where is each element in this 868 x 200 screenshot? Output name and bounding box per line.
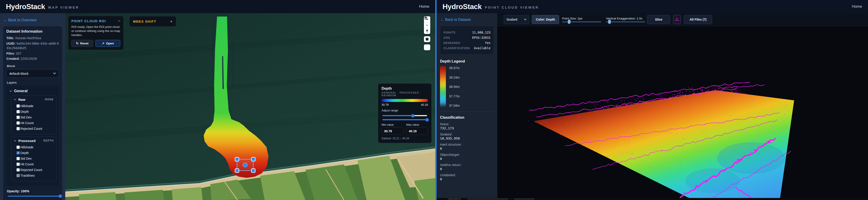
depth-colormap-panel: Depth GENERAL · PROCESSED · RAINBOW 30.7… (378, 84, 432, 143)
layer-checkbox-proc-hitcount[interactable]: Hit Count (14, 162, 54, 167)
classification-seabed: Seabed:10,935,950 (440, 133, 494, 140)
back-to-overview-link[interactable]: ← Back to Overview (4, 18, 62, 22)
block-label: Block (7, 64, 58, 68)
checkbox-icon (17, 168, 20, 171)
compass-button[interactable] (424, 28, 430, 34)
annotation-tool-button[interactable] (673, 15, 681, 24)
rainbow-colormap-bar (381, 99, 428, 102)
reset-icon: ↻ (76, 41, 79, 45)
chevron-down-icon (53, 72, 56, 74)
block-select[interactable]: default-block (6, 69, 59, 78)
roi-open-button[interactable]: ↗ Open (95, 40, 120, 47)
point-cloud-sidebar: ← Back to Dataset POINTS11,668,123 CRSEP… (437, 13, 497, 198)
home-link[interactable]: Home (852, 4, 862, 9)
back-to-dataset-link[interactable]: ← Back to Dataset (440, 18, 494, 22)
max-range-slider[interactable] (382, 119, 427, 120)
classification-hard-structure: Hard structure:0 (440, 143, 494, 151)
class-filter-select[interactable]: Seabed (504, 15, 529, 24)
mbes-shift-panel: MBES SHIFT + (129, 16, 176, 27)
extent-button[interactable] (424, 36, 430, 42)
layer-checkbox-proc-hillshade[interactable]: Hillshade (14, 144, 54, 150)
processed-group-header[interactable]: Processed DEPTH (14, 139, 54, 144)
depth-legend-ticks: 39.97m 39.24m 38.50m 37.77m 37.04m (449, 66, 460, 107)
layer-checkbox-raw-hillshade[interactable]: Hillshade (14, 103, 54, 109)
window-divider (435, 0, 437, 200)
stat-denoised: DENOISEDYes (443, 41, 491, 45)
layer-checkbox-proc-depth[interactable]: Depth (14, 150, 54, 156)
color-mode-button[interactable]: Color: Depth (532, 15, 559, 24)
dataset-files-row: Files: 337 (6, 51, 59, 56)
max-range-handle[interactable] (426, 118, 429, 122)
layer-group-general[interactable]: General (9, 88, 56, 95)
checkbox-icon (17, 127, 20, 130)
layer-checkbox-raw-hitcount[interactable]: Hit Count (14, 120, 54, 126)
all-files-button[interactable]: All Files (7) (684, 15, 712, 24)
magenta-points-icon (675, 18, 679, 21)
slice-button[interactable]: Slice (647, 15, 671, 24)
point-cloud-render (497, 13, 868, 198)
mbes-panel-title: MBES SHIFT (133, 20, 156, 23)
raw-group-header[interactable]: Raw NONE (14, 98, 54, 103)
map-canvas[interactable]: POINT CLOUD ROI − ROI ready. Open the RO… (65, 13, 435, 200)
min-range-slider[interactable] (382, 115, 427, 116)
depth-legend: 39.97m 39.24m 38.50m 37.77m 37.04m (440, 66, 494, 107)
dataset-created-row: Created: 22/01/2026 (6, 57, 59, 61)
open-icon: ↗ (102, 41, 104, 45)
classification-unlabeled: Unlabeled:0 (440, 173, 494, 181)
layer-subgroup-processed: Processed DEPTH Hillshade Depth Std Dev … (11, 137, 56, 181)
home-link[interactable]: Home (419, 4, 429, 9)
chevron-down-icon (14, 99, 16, 100)
opacity-slider-handle[interactable] (59, 194, 62, 198)
opacity-label: Opacity: 100% (7, 189, 58, 193)
basemap-layers-button[interactable] (424, 44, 430, 50)
npm-scripts-label: › NPM SCRIPTS (447, 198, 461, 200)
vertical-exaggeration-control: Vertical Exaggeration: 1.0x (606, 17, 645, 23)
max-value-input[interactable] (406, 128, 428, 135)
layer-checkbox-proc-stddev[interactable]: Std Dev (14, 156, 54, 162)
dataset-range-label: Dataset: 10.21 – 40.16 (381, 137, 428, 140)
layer-checkbox-raw-depth[interactable]: Depth (14, 109, 54, 114)
roi-selection[interactable] (235, 158, 255, 173)
expand-icon[interactable]: + (170, 20, 173, 23)
raw-badge: NONE (45, 98, 54, 101)
point-size-slider[interactable] (562, 21, 601, 23)
vertical-exaggeration-label: Vertical Exaggeration: 1.0x (606, 17, 645, 20)
checkbox-icon (17, 116, 20, 119)
opacity-slider[interactable] (8, 196, 60, 197)
layer-subgroup-raw: Raw NONE Hillshade Depth Std Dev Hit Cou… (11, 95, 56, 134)
point-size-control: Point Size: 2px (562, 17, 601, 23)
zoom-out-button[interactable]: − (424, 22, 430, 28)
point-size-label: Point Size: 2px (562, 17, 601, 20)
min-range-handle[interactable] (411, 114, 414, 117)
min-value-input[interactable] (381, 128, 403, 135)
stat-crs: CRSEPSG:32631 (443, 36, 491, 39)
vertical-exaggeration-handle[interactable] (608, 20, 611, 24)
collapse-icon[interactable]: − (118, 19, 120, 23)
layer-checkbox-proc-tracklines[interactable]: Tracklines (14, 173, 54, 178)
depth-patch (685, 168, 740, 193)
point-size-handle[interactable] (568, 20, 570, 24)
roi-center-handle[interactable] (243, 163, 247, 167)
layer-checkbox-proc-rejected[interactable]: Rejected Count (14, 167, 54, 173)
roi-reset-button[interactable]: ↻ Reset (71, 40, 93, 47)
dataset-title-row: Title: Xocean-NorthSea (6, 36, 59, 40)
point-cloud-canvas[interactable]: Seabed Color: Depth Point Size: 2px Vert… (497, 13, 868, 198)
layer-checkbox-raw-stddev[interactable]: Std Dev (14, 114, 54, 120)
stat-points: POINTS11,668,123 (443, 31, 491, 34)
point-cloud-toolbar: Seabed Color: Depth Point Size: 2px Vert… (497, 13, 868, 26)
layer-checkbox-raw-rejected[interactable]: Rejected Count (14, 126, 54, 132)
processed-badge: DEPTH (43, 139, 54, 142)
checkbox-icon (17, 157, 20, 160)
stat-classification: CLASSIFICATIONAvailable (443, 46, 491, 50)
app-subtitle: MAP VIEWER (48, 5, 79, 9)
brand-logo: HydroStack (6, 2, 45, 11)
layers-label: Layers (7, 81, 58, 84)
max-value-label: Max value (406, 123, 428, 126)
background-window-strip: › NPM SCRIPTS (437, 198, 868, 200)
classification-noise: Noise:732,173 (440, 122, 494, 130)
classification-heading: Classification (440, 115, 494, 120)
chevron-down-icon (9, 90, 12, 92)
vertical-exaggeration-slider[interactable] (606, 21, 645, 23)
depth-panel-subtitle: GENERAL · PROCESSED · RAINBOW (381, 91, 428, 97)
classification-object-target: Object/target:0 (440, 153, 494, 161)
